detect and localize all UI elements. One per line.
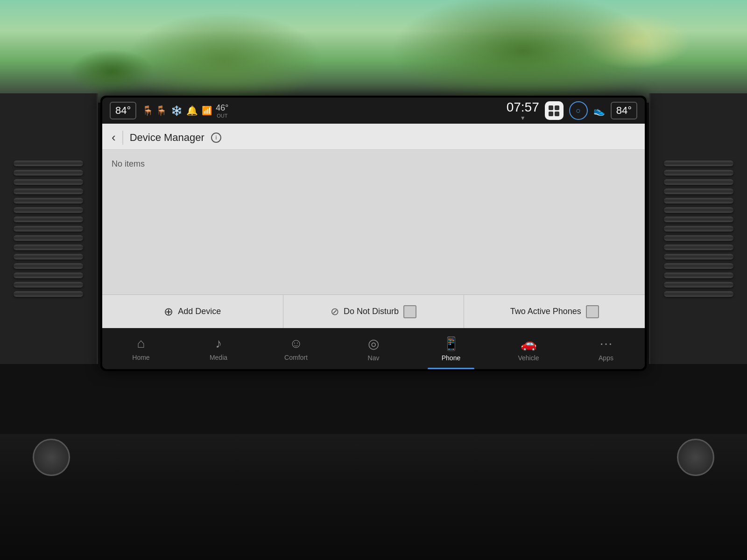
phone-icon: 📱 xyxy=(443,336,459,351)
nav-item-apps[interactable]: ⋯ Apps xyxy=(567,328,645,369)
fan-icon: ❄️ xyxy=(171,105,183,116)
menu-grid-button[interactable] xyxy=(545,101,564,120)
clock-display[interactable]: 07:57 ▼ xyxy=(507,100,539,121)
grid-dots-icon xyxy=(549,105,559,116)
left-knob[interactable] xyxy=(33,439,70,476)
vehicle-icon: 🚗 xyxy=(521,336,537,351)
nav-item-home[interactable]: ⌂ Home xyxy=(102,328,180,369)
apps-icon: ⋯ xyxy=(599,336,613,351)
nav-label-home: Home xyxy=(132,354,149,361)
info-icon: i xyxy=(215,134,217,141)
add-device-button[interactable]: ⊕ Add Device xyxy=(102,295,283,328)
do-not-disturb-icon: ⊘ xyxy=(331,306,339,318)
infotainment-screen: 84° 🪑 🪑 ❄️ 🔔 📶 46° OUT 07:57 xyxy=(100,96,647,371)
wifi-icon: 📶 xyxy=(202,105,212,116)
nav-bar: ⌂ Home ♪ Media ☺ Comfort ◎ Nav 📱 Phon xyxy=(102,328,645,369)
back-button[interactable]: ‹ xyxy=(112,130,116,145)
seat-heat-left-icon: 🪑 xyxy=(142,105,154,116)
nav-item-vehicle[interactable]: 🚗 Vehicle xyxy=(490,328,567,369)
media-icon: ♪ xyxy=(215,336,222,351)
nav-label-nav: Nav xyxy=(368,354,380,362)
no-items-message: No items xyxy=(112,159,145,168)
right-knob[interactable] xyxy=(677,439,714,476)
dashboard-bottom xyxy=(0,434,747,560)
clock-chevron-icon: ▼ xyxy=(520,115,526,121)
do-not-disturb-checkbox[interactable] xyxy=(403,305,416,318)
header-separator xyxy=(122,131,123,145)
temp-left: 84° xyxy=(110,102,136,119)
nav-label-media: Media xyxy=(210,354,227,361)
seat-heat-icon: 🪑 🪑 xyxy=(142,105,167,116)
vent-left xyxy=(0,93,98,364)
nav-label-apps: Apps xyxy=(599,354,613,362)
nav-label-phone: Phone xyxy=(442,354,460,362)
alexa-button[interactable]: ○ xyxy=(569,101,588,120)
two-active-phones-label: Two Active Phones xyxy=(510,307,581,316)
info-button[interactable]: i xyxy=(211,133,221,143)
outdoor-temp: 46° OUT xyxy=(216,103,228,119)
do-not-disturb-label: Do Not Disturb xyxy=(344,307,399,316)
content-header: ‹ Device Manager i xyxy=(102,124,645,150)
content-body: No items xyxy=(102,150,645,294)
home-icon: ⌂ xyxy=(137,336,145,351)
nav-label-vehicle: Vehicle xyxy=(518,354,539,362)
add-device-label: Add Device xyxy=(178,307,221,316)
add-device-icon: ⊕ xyxy=(164,305,173,318)
nav-label-comfort: Comfort xyxy=(284,354,308,361)
do-not-disturb-toggle[interactable]: ⊘ Do Not Disturb xyxy=(283,295,465,328)
temp-right: 84° xyxy=(611,102,637,119)
alexa-icon: ○ xyxy=(576,106,581,116)
nav-map-icon: ◎ xyxy=(368,336,379,351)
bell-icon: 🔔 xyxy=(186,105,198,116)
seat-heat-right-icon: 🪑 xyxy=(155,105,167,116)
nav-item-media[interactable]: ♪ Media xyxy=(180,328,257,369)
status-icons: 🪑 🪑 ❄️ 🔔 📶 46° OUT xyxy=(142,103,500,119)
nav-item-phone[interactable]: 📱 Phone xyxy=(412,328,490,369)
clock-time: 07:57 xyxy=(507,100,539,115)
nav-item-nav[interactable]: ◎ Nav xyxy=(335,328,412,369)
page-title: Device Manager xyxy=(130,132,204,144)
action-bar: ⊕ Add Device ⊘ Do Not Disturb Two Active… xyxy=(102,294,645,328)
vent-right xyxy=(649,93,747,364)
main-content: ‹ Device Manager i No items ⊕ Add Device xyxy=(102,124,645,328)
seat-shoe-icon: 👟 xyxy=(593,105,605,116)
two-active-phones-toggle[interactable]: Two Active Phones xyxy=(464,295,645,328)
status-bar: 84° 🪑 🪑 ❄️ 🔔 📶 46° OUT 07:57 xyxy=(102,98,645,124)
two-active-phones-checkbox[interactable] xyxy=(586,305,599,318)
nav-item-comfort[interactable]: ☺ Comfort xyxy=(257,328,335,369)
background-scene xyxy=(0,0,747,100)
comfort-icon: ☺ xyxy=(289,336,303,351)
